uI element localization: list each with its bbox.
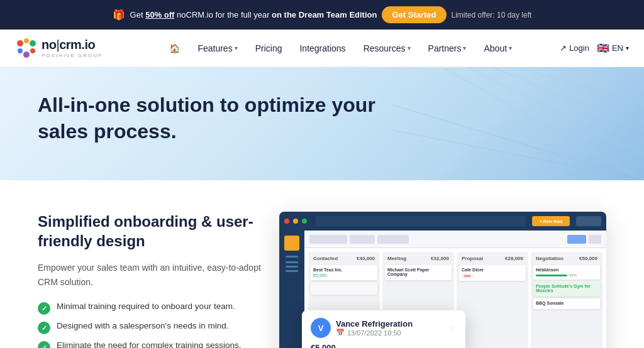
logo[interactable]: no|crm.io POSIHIVE GROUP — [15, 37, 103, 60]
list-item: Minimal training required to onboard you… — [38, 302, 277, 315]
nav-partners[interactable]: Partners ▾ — [421, 40, 474, 57]
kanban-header-negotiation: Negotiation €50,000 — [533, 254, 600, 263]
check-icon-1 — [38, 302, 50, 315]
features-left: Simplified onboarding & user-friendly de… — [38, 212, 277, 348]
float-card-header-1: V Vance Refrigeration 📅 13/07/2022 10:50… — [311, 318, 457, 338]
kanban-card[interactable] — [311, 282, 377, 295]
list-item: Designed with a salesperson's needs in m… — [38, 321, 277, 334]
vance-star: ☆ — [448, 323, 457, 333]
nav-pricing[interactable]: Pricing — [248, 40, 290, 57]
nav-partners-label: Partners — [428, 43, 462, 53]
float-card-vance: V Vance Refrigeration 📅 13/07/2022 10:50… — [302, 310, 465, 348]
svg-point-1 — [24, 38, 29, 43]
chevron-down-icon-2: ▾ — [408, 45, 411, 52]
hero-title: All-in-one solution to optimize your sal… — [38, 92, 415, 144]
kanban-header-meeting: Meeting €32,000 — [385, 254, 452, 263]
svg-point-4 — [23, 52, 30, 58]
crm-toolbar — [304, 231, 606, 248]
logo-icon — [15, 37, 38, 60]
nav-home[interactable]: 🏠 — [162, 40, 187, 57]
check-icon-3 — [38, 341, 50, 348]
nav-resources-label: Resources — [364, 43, 406, 53]
kanban-col-negotiation: Negotiation €50,000 Hebbinson 64% People… — [531, 252, 602, 348]
crm-header: + New lead — [279, 212, 606, 231]
list-item: Eliminate the need for complex training … — [38, 340, 277, 348]
logo-text-wrapper: no|crm.io POSIHIVE GROUP — [42, 38, 103, 58]
main-nav: no|crm.io POSIHIVE GROUP 🏠 Features ▾ Pr… — [0, 30, 644, 67]
logo-subtitle: POSIHIVE GROUP — [42, 53, 103, 58]
vance-company-name: Vance Refrigeration — [336, 319, 413, 329]
nav-pricing-label: Pricing — [255, 43, 282, 53]
chevron-down-icon-4: ▾ — [509, 45, 512, 52]
nav-features-label: Features — [197, 43, 232, 53]
login-arrow-icon: ↗ — [560, 43, 567, 53]
new-lead-btn[interactable]: + New lead — [540, 219, 562, 224]
nav-features[interactable]: Features ▾ — [190, 40, 245, 57]
login-label: Login — [569, 43, 589, 53]
features-heading: Simplified onboarding & user-friendly de… — [38, 212, 277, 251]
kanban-col-proposal: Proposal €28,000 Cafe Diore late — [457, 252, 528, 348]
nav-right: ↗ Login 🇬🇧 EN ▾ — [560, 42, 629, 54]
chevron-down-icon-3: ▾ — [463, 45, 466, 52]
chevron-down-icon: ▾ — [235, 45, 238, 52]
feature-text-1: Minimal training required to onboard you… — [57, 302, 235, 311]
window-max-dot — [302, 219, 307, 224]
home-icon: 🏠 — [169, 43, 180, 53]
svg-line-10 — [543, 67, 644, 80]
nav-center: 🏠 Features ▾ Pricing Integrations Resour… — [121, 40, 560, 57]
svg-line-11 — [392, 105, 644, 180]
nav-integrations-label: Integrations — [299, 43, 345, 53]
svg-line-6 — [443, 67, 644, 180]
check-icon-2 — [38, 322, 50, 334]
nav-integrations[interactable]: Integrations — [292, 40, 353, 57]
flag-icon: 🇬🇧 — [597, 42, 609, 54]
announcement-bar: 🎁 Get 50% off noCRM.io for the full year… — [0, 0, 644, 30]
features-description: Empower your sales team with an intuitiv… — [38, 261, 277, 289]
kanban-header-proposal: Proposal €28,000 — [459, 254, 526, 263]
kanban-header-contacted: Contacted €40,000 — [311, 254, 377, 263]
svg-point-2 — [30, 40, 36, 46]
window-min-dot — [293, 219, 298, 224]
content-section: Simplified onboarding & user-friendly de… — [0, 180, 644, 348]
feature-text-3: Eliminate the need for complex training … — [57, 340, 241, 348]
limited-offer-text: Limited offer: 10 day left — [452, 11, 532, 19]
nav-about-label: About — [484, 43, 507, 53]
logo-name: no|crm.io — [42, 38, 103, 52]
kanban-card[interactable]: Hebbinson 64% — [533, 265, 600, 280]
feature-list: Minimal training required to onboard you… — [38, 302, 277, 348]
chevron-down-icon-5: ▾ — [626, 45, 629, 52]
toolbar-extra — [576, 216, 601, 226]
login-link[interactable]: ↗ Login — [560, 43, 589, 53]
window-close-dot — [284, 219, 289, 224]
kanban-card[interactable]: People Solitude's Gym for Muscles — [533, 281, 600, 296]
crm-mockup-area: + New lead — [314, 212, 606, 348]
feature-text-2: Designed with a salesperson's needs in m… — [57, 321, 228, 330]
vance-avatar: V — [311, 318, 331, 338]
crm-sidebar — [279, 231, 304, 348]
gift-icon: 🎁 — [113, 9, 125, 21]
vance-amount: €5,000 — [311, 343, 457, 348]
kanban-card[interactable]: Cafe Diore late — [459, 265, 526, 281]
announcement-text: Get 50% off noCRM.io for the full year o… — [130, 10, 377, 19]
kanban-card[interactable]: Michael Scott Paper Company — [385, 265, 452, 280]
kanban-card[interactable]: Best Teas Inc. €5,000 — [311, 265, 377, 280]
kanban-card[interactable]: BBQ Sonsale — [533, 298, 600, 309]
svg-point-5 — [30, 48, 35, 53]
svg-line-12 — [392, 130, 644, 180]
language-selector[interactable]: 🇬🇧 EN ▾ — [597, 42, 629, 54]
vance-info: Vance Refrigeration 📅 13/07/2022 10:50 — [336, 319, 413, 337]
svg-point-3 — [18, 48, 23, 53]
get-started-button[interactable]: Get Started — [382, 6, 446, 23]
hero-decoration — [392, 67, 644, 180]
lang-label: EN — [612, 43, 623, 53]
vance-date: 📅 13/07/2022 10:50 — [336, 329, 413, 337]
hero-section: All-in-one solution to optimize your sal… — [0, 67, 644, 180]
nav-resources[interactable]: Resources ▾ — [356, 40, 418, 57]
svg-point-0 — [17, 40, 23, 46]
svg-line-7 — [468, 67, 644, 155]
calendar-icon: 📅 — [336, 329, 345, 337]
nav-about[interactable]: About ▾ — [476, 40, 519, 57]
